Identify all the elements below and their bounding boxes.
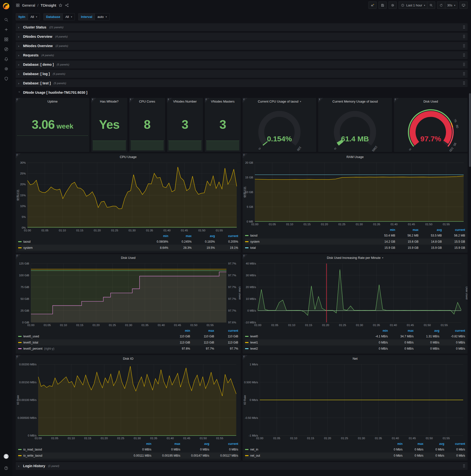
chart-plot-area[interactable]: 01:0001:0501:1001:1501:2001:2501:3001:35… (16, 261, 241, 328)
row-drag-handle[interactable] (463, 464, 465, 468)
panel-title[interactable]: CPU Usage (16, 153, 241, 160)
panel-info-corner[interactable] (91, 98, 96, 103)
dashboard-title[interactable]: TDinsight (41, 3, 56, 7)
sidebar-item-dashboards[interactable] (0, 34, 12, 44)
panel-menu-icon[interactable]: ▾ (382, 256, 383, 259)
legend-row-system[interactable]: system8.64%28.3%19.5%19.1% (18, 245, 238, 251)
panel-info-corner[interactable] (318, 98, 323, 103)
panel-title[interactable]: RAM Usage (243, 153, 468, 160)
variable-value-dropdown[interactable]: All▾ (63, 13, 75, 20)
legend-row-level2[interactable]: level20 MB/s0 MB/s0 MB/s0 MB/s (245, 345, 465, 352)
panel-info-corner[interactable] (243, 98, 248, 103)
panel-info-corner[interactable] (16, 153, 21, 158)
time-range-picker[interactable]: Last 1 hour ▾ (399, 1, 427, 9)
row-cluster-status[interactable]: ›Cluster Status(21 panels) (16, 23, 468, 31)
legend-row-level1[interactable]: level10 MB/s0 MB/s0 MB/s0 MB/s (245, 339, 465, 345)
chart-plot-area[interactable]: 01:0001:0501:1001:1501:2001:2501:3001:35… (243, 362, 468, 441)
row-drag-handle[interactable] (463, 63, 465, 67)
legend-col-header[interactable]: current (214, 329, 238, 332)
legend-col-header[interactable]: avg (180, 442, 209, 446)
sidebar-item-help[interactable] (0, 463, 12, 473)
row-drag-handle[interactable] (463, 53, 465, 57)
row-dnodes-overview[interactable]: ›DNodes Overview(4 panels) (16, 33, 468, 40)
legend-row-net_in[interactable]: net_in0 Mb/s0 Mb/s0 Mb/s0 Mb/s (245, 446, 465, 452)
refresh-button[interactable] (437, 1, 445, 9)
zoom-out-button[interactable] (427, 1, 435, 9)
row-drag-handle[interactable] (463, 25, 465, 29)
panel-info-corner[interactable] (243, 153, 248, 158)
legend-col-header[interactable]: min (362, 329, 388, 332)
panel-info-corner[interactable] (16, 98, 21, 103)
legend-row-taosd[interactable]: taosd0.0808%0.245%0.183%0.205% (18, 238, 238, 245)
panel-title[interactable]: VNodes Masters (205, 98, 241, 105)
panel-info-corner[interactable] (394, 98, 399, 103)
legend-col-header[interactable]: min (372, 228, 395, 232)
panel-title[interactable]: Current CPU Usage of taosd▾ (243, 98, 316, 105)
panel-menu-icon[interactable]: ▾ (300, 100, 301, 103)
share-icon[interactable] (65, 3, 69, 7)
legend-row-net_out[interactable]: net_out0 Mb/s0 Mb/s0 Mb/s0 Mb/s (245, 452, 465, 459)
legend-col-header[interactable]: min (145, 234, 168, 238)
legend-row-level0_total[interactable]: level0_total113 GiB113 GiB113 GiB (18, 339, 238, 345)
legend-col-header[interactable]: min (122, 442, 151, 446)
panel-info-corner[interactable] (129, 98, 134, 103)
panel-title[interactable]: Disk Used (394, 98, 468, 105)
panel-info-corner[interactable] (243, 254, 248, 259)
cycle-view-button[interactable] (459, 1, 468, 9)
panel-title[interactable]: Uptime (16, 98, 89, 105)
panel-title[interactable]: CPU Cores (129, 98, 165, 105)
legend-row-io_write_taosd[interactable]: io_write_taosd0.00111 MB/s0.00195 MB/s0.… (18, 452, 238, 459)
panel-title[interactable]: Net (243, 355, 468, 362)
sidebar-item-server-admin[interactable] (0, 74, 12, 84)
row-database-log-[interactable]: ›Database: [ log ](5 panels) (16, 70, 468, 78)
legend-col-header[interactable]: current (215, 234, 238, 238)
sidebar-item-search[interactable] (0, 15, 12, 25)
row-database-test-[interactable]: ›Database: [ test ](5 panels) (16, 79, 468, 87)
sidebar-item-user-avatar[interactable] (0, 451, 12, 461)
legend-col-header[interactable]: min (166, 329, 190, 332)
panel-title[interactable]: VNodes Number (167, 98, 203, 105)
legend-row-level0_used[interactable]: level0_used110 GiB110 GiB110 GiB (18, 333, 238, 339)
panel-info-corner[interactable] (167, 98, 172, 103)
grafana-logo-icon[interactable] (2, 2, 10, 10)
panel-info-corner[interactable] (16, 254, 21, 259)
dashboard-settings-button[interactable] (388, 1, 397, 9)
panel-info-corner[interactable] (243, 355, 248, 360)
variable-value-dropdown[interactable]: auto▾ (95, 13, 109, 20)
sidebar-item-configuration[interactable] (0, 64, 12, 74)
row-drag-handle[interactable] (463, 34, 465, 38)
legend-row-level0_percent[interactable]: level0_percent(right-y)97.6%97.7%97.7% (18, 345, 238, 352)
legend-col-header[interactable]: min (382, 442, 403, 446)
legend-row-system[interactable]: system14.2 GB15.6 GB14.8 GB15.5 GB (245, 238, 465, 245)
legend-row-level0[interactable]: level0-4.1 MB/s34.7 MB/s1.31 MB/s-0.82 M… (245, 333, 465, 339)
sidebar-item-explore[interactable] (0, 44, 12, 54)
legend-col-header[interactable]: max (388, 329, 414, 332)
add-panel-button[interactable] (369, 1, 377, 9)
row-mnodes-overview[interactable]: ›MNodes Overview(2 panels) (16, 42, 468, 50)
chart-plot-area[interactable]: 01:0001:0501:1001:1501:2001:2501:3001:35… (16, 362, 241, 441)
panel-info-corner[interactable] (205, 98, 210, 103)
legend-col-header[interactable]: avg (423, 442, 444, 446)
legend-col-header[interactable]: avg (192, 234, 215, 238)
legend-row-total[interactable]: total15.9 GB15.9 GB15.9 GB15.9 GB (245, 245, 465, 251)
star-icon[interactable] (58, 3, 63, 7)
sidebar-item-create[interactable] (0, 25, 12, 34)
legend-col-header[interactable]: current (439, 329, 465, 332)
row-drag-handle[interactable] (463, 81, 465, 85)
row-requests[interactable]: ›Requests(4 panels) (16, 51, 468, 59)
chart-plot-area[interactable]: 01:0001:0501:1001:1501:2001:2501:3001:35… (243, 261, 468, 328)
legend-col-header[interactable]: max (403, 442, 423, 446)
legend-col-header[interactable]: max (168, 234, 192, 238)
chart-plot-area[interactable]: 01:0001:0501:1001:1501:2001:2501:3001:35… (243, 160, 468, 227)
legend-col-header[interactable]: max (395, 228, 419, 232)
legend-col-header[interactable]: avg (414, 329, 439, 332)
legend-row-taosd[interactable]: taosd53.4 MB56.2 MB53.5 MB56.2 MB (245, 232, 465, 238)
variable-value-dropdown[interactable]: All▾ (28, 13, 40, 20)
legend-row-io_read_taosd[interactable]: io_read_taosd0 MB/s0 MB/s0 MB/s0 MB/s (18, 446, 238, 452)
legend-col-header[interactable]: avg (419, 228, 442, 232)
save-dashboard-button[interactable] (379, 1, 387, 9)
row-drag-handle[interactable] (463, 44, 465, 48)
scrollbar[interactable] (469, 93, 471, 167)
panel-title[interactable]: Current Memory Usage of taosd (318, 98, 392, 105)
breadcrumb-section[interactable]: General (22, 3, 35, 7)
